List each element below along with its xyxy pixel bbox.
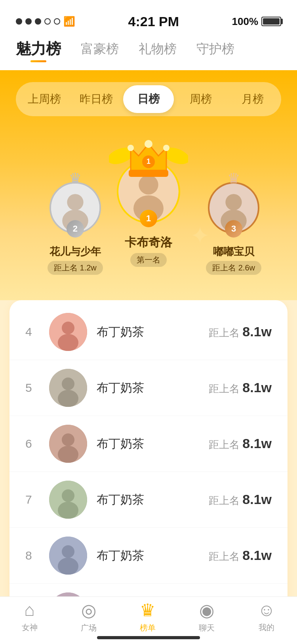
list-row[interactable]: 6 布丁奶茶 距上名 8.1w (10, 416, 287, 472)
rank-2-badge: 2 (67, 220, 84, 238)
nav-item-chat[interactable]: ◉ 聊天 (199, 600, 215, 633)
mine-label: 我的 (259, 622, 274, 633)
list-name-8: 布丁奶茶 (97, 548, 209, 564)
list-name-5: 布丁奶茶 (97, 380, 209, 396)
svg-point-15 (225, 194, 242, 210)
nav-tab-charm[interactable]: 魅力榜 (16, 39, 61, 62)
svg-point-18 (62, 322, 74, 334)
rank-3-item[interactable]: ✦ ♛ 3 嘟嘟宝贝 距上名 2.6w (206, 182, 261, 275)
rank-2-sub: 距上名 1.2w (48, 261, 103, 275)
svg-point-22 (58, 390, 78, 407)
wifi-icon: 📶 (63, 16, 75, 27)
svg-rect-5 (129, 170, 168, 177)
period-month[interactable]: 月榜 (227, 85, 278, 113)
trophy-crown: 1 (109, 124, 188, 188)
svg-point-19 (58, 334, 78, 351)
signal-dot-5 (54, 18, 60, 25)
rank-2-item[interactable]: ♛ 2 花儿与少年 距上名 1.2w (48, 182, 103, 275)
goddess-icon: ⌂ (24, 600, 35, 620)
list-section: 4 布丁奶茶 距上名 8.1w 5 布丁奶茶 距上名 8.1w 6 (0, 300, 297, 644)
period-week[interactable]: 周榜 (175, 85, 226, 113)
rank-2-avatar-ring: ♛ 2 (50, 182, 101, 234)
svg-point-28 (58, 502, 78, 519)
list-score-4: 距上名 8.1w (209, 324, 272, 340)
rank-1-name: 卡布奇洛 (125, 234, 172, 251)
svg-text:1: 1 (147, 157, 150, 165)
list-avatar-7 (49, 481, 87, 519)
list-row[interactable]: 8 布丁奶茶 距上名 8.1w (10, 528, 287, 584)
svg-point-24 (62, 433, 74, 446)
period-yesterday[interactable]: 昨日榜 (71, 85, 122, 113)
rank-2-crown: ♛ (69, 170, 82, 187)
nav-tab-gift[interactable]: 礼物榜 (139, 40, 177, 61)
list-rank-5: 5 (25, 381, 45, 395)
svg-point-4 (163, 145, 169, 151)
mine-icon: ☺ (258, 600, 276, 620)
rank-3-crown: ♛ (227, 170, 240, 187)
rank-1-badge: 1 (140, 210, 157, 227)
status-bar: 📶 4:21 PM 100% (0, 0, 297, 35)
period-today[interactable]: 日榜 (123, 85, 174, 113)
list-rank-7: 7 (25, 493, 45, 506)
list-name-6: 布丁奶茶 (97, 436, 209, 452)
nav-tab-rich[interactable]: 富豪榜 (81, 40, 119, 61)
period-selector: 上周榜 昨日榜 日榜 周榜 月榜 (16, 82, 281, 116)
chat-label: 聊天 (199, 623, 215, 633)
rank-3-badge: 3 (225, 220, 242, 238)
status-left: 📶 (16, 16, 75, 27)
list-row[interactable]: 5 布丁奶茶 距上名 8.1w (10, 360, 287, 416)
sparkle-icon: ✦ (190, 222, 210, 249)
list-rank-6: 6 (25, 437, 45, 450)
goddess-label: 女神 (22, 622, 38, 633)
top-nav: 魅力榜 富豪榜 礼物榜 守护榜 (0, 35, 297, 70)
list-rank-8: 8 (25, 549, 45, 562)
list-row[interactable]: 4 布丁奶茶 距上名 8.1w (10, 304, 287, 360)
svg-point-2 (145, 140, 152, 148)
svg-point-27 (62, 489, 74, 502)
svg-point-21 (62, 378, 74, 390)
hero-section: 上周榜 昨日榜 日榜 周榜 月榜 1 ♛ (0, 70, 297, 300)
rank-icon: ♛ (140, 600, 155, 620)
list-avatar-5 (49, 369, 87, 407)
chat-icon: ◉ (199, 600, 214, 620)
nav-tab-guard[interactable]: 守护榜 (196, 40, 234, 61)
battery-fill (263, 18, 280, 25)
podium: 1 ♛ 2 花儿与少年 距上名 1.2w (16, 132, 281, 291)
nav-item-rank[interactable]: ♛ 榜单 (140, 600, 156, 633)
plaza-icon: ◎ (81, 600, 96, 620)
list-name-7: 布丁奶茶 (97, 492, 209, 508)
status-time: 4:21 PM (128, 14, 179, 29)
rank-3-sub: 距上名 2.6w (206, 261, 261, 275)
svg-point-25 (58, 446, 78, 463)
signal-dot-2 (25, 18, 32, 25)
signal-dot-1 (16, 18, 22, 25)
list-score-5: 距上名 8.1w (209, 380, 272, 396)
list-avatar-6 (49, 425, 87, 463)
svg-point-31 (58, 558, 78, 575)
svg-point-3 (128, 145, 134, 151)
list-rank-4: 4 (25, 325, 45, 339)
svg-point-9 (67, 194, 83, 210)
rank-label: 榜单 (140, 623, 156, 633)
list-avatar-4 (49, 313, 87, 351)
period-last-week[interactable]: 上周榜 (19, 85, 70, 113)
battery-icon (261, 17, 281, 26)
nav-item-goddess[interactable]: ⌂ 女神 (22, 600, 38, 633)
list-name-4: 布丁奶茶 (97, 324, 209, 340)
list-score-8: 距上名 8.1w (209, 548, 272, 564)
nav-item-mine[interactable]: ☺ 我的 (258, 600, 276, 633)
list-score-7: 距上名 8.1w (209, 492, 272, 508)
rank-2-name: 花儿与少年 (50, 245, 101, 259)
rank-1-sub: 第一名 (130, 253, 167, 267)
rank-3-name: 嘟嘟宝贝 (213, 245, 254, 259)
rank-list-card: 4 布丁奶茶 距上名 8.1w 5 布丁奶茶 距上名 8.1w 6 (10, 300, 287, 643)
signal-dot-3 (35, 18, 41, 25)
rank-3-avatar-ring: ♛ 3 (208, 182, 259, 234)
list-row[interactable]: 7 布丁奶茶 距上名 8.1w (10, 472, 287, 528)
list-avatar-8 (49, 537, 87, 575)
svg-point-30 (62, 545, 74, 558)
battery-percent: 100% (232, 15, 259, 28)
nav-item-plaza[interactable]: ◎ 广场 (81, 600, 97, 633)
list-score-6: 距上名 8.1w (209, 436, 272, 452)
home-indicator (97, 636, 200, 639)
